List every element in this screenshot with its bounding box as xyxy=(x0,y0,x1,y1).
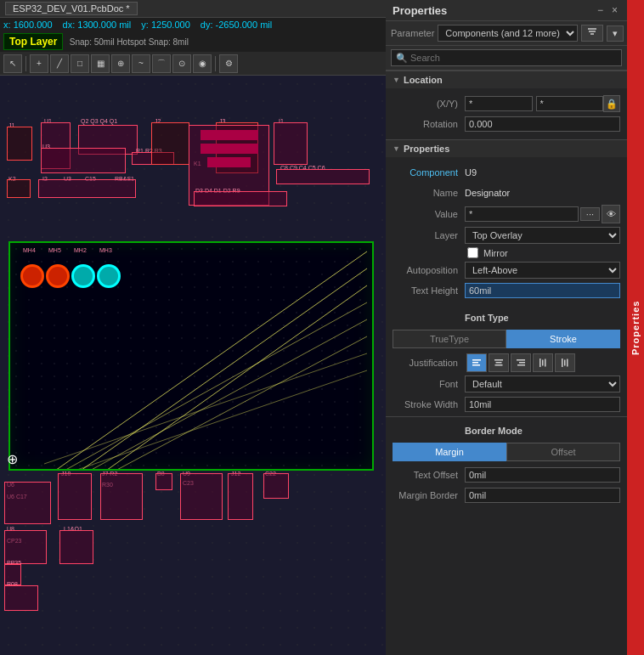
stroke-width-input[interactable]: 10mil xyxy=(465,397,620,412)
y-input[interactable] xyxy=(536,96,604,111)
route-tool[interactable]: ~ xyxy=(132,54,150,73)
component-tool[interactable]: ◉ xyxy=(193,54,212,73)
side-tab-label: Properties xyxy=(630,300,641,354)
pcb-circle-mh5 xyxy=(46,264,70,288)
header-buttons: − × xyxy=(595,3,620,17)
dropdown-button[interactable]: ▾ xyxy=(607,25,624,42)
margin-border-input[interactable]: 0mil xyxy=(465,488,620,503)
pcb-design-canvas[interactable]: J1 U1 Q2 Q3 Q4 Q1 U3 R1 R2 R3 J2 J3 I1 K… xyxy=(0,76,386,655)
dx-coord: dx: 1300.000 mil xyxy=(63,20,132,30)
props-section-header[interactable]: ▼ Properties xyxy=(386,139,627,157)
cross-target: ⊕ xyxy=(7,451,18,467)
collapse-triangle: ▼ xyxy=(393,76,400,84)
border-mode-buttons: Margin Offset xyxy=(386,439,627,465)
pcb-circle-mh2 xyxy=(71,264,95,288)
pcb-connector-j2 xyxy=(151,122,189,165)
document-tab[interactable]: ESP32_DEV_V01.PcbDoc * xyxy=(5,2,138,15)
properties-header: Properties − × xyxy=(386,0,627,21)
rotation-input[interactable]: 0.000 xyxy=(465,116,620,132)
cursor-tool[interactable]: ↖ xyxy=(3,54,22,73)
just-left-button[interactable] xyxy=(466,353,487,372)
pcb-label-mh4: MH4 xyxy=(23,247,36,253)
xy-label: (X/Y) xyxy=(393,99,465,109)
value-row: Value ··· 👁 xyxy=(386,203,627,225)
close-button[interactable]: × xyxy=(609,3,620,17)
autoposition-select[interactable]: Left-Above xyxy=(465,262,620,279)
props-collapse-triangle: ▼ xyxy=(393,144,400,153)
mirror-row: Mirror xyxy=(386,246,627,260)
pcb-ic-u8 xyxy=(4,530,47,564)
svg-rect-26 xyxy=(564,360,566,366)
component-label: Component xyxy=(393,167,465,178)
svg-rect-18 xyxy=(495,364,503,366)
text-offset-row: Text Offset 0mil xyxy=(386,465,627,485)
just-bottom-button[interactable] xyxy=(555,353,575,372)
properties-panel: Properties − × Parameter Components (and… xyxy=(386,0,644,655)
location-section-header[interactable]: ▼ Location xyxy=(386,71,627,88)
filter-icon xyxy=(587,27,597,37)
pcb-ic-d xyxy=(194,191,287,206)
margin-border-label: Margin Border xyxy=(393,490,465,500)
stroke-button[interactable]: Stroke xyxy=(506,330,620,348)
arc-tool[interactable]: ⌒ xyxy=(152,54,171,73)
parameter-select[interactable]: Components (and 12 more) xyxy=(438,25,578,42)
layer-select[interactable]: Top Overlay xyxy=(465,227,620,244)
document-title: ESP32_DEV_V01.PcbDoc * xyxy=(13,3,130,14)
layer-info-bar: Top Layer Snap: 50mil Hotspot Snap: 8mil xyxy=(0,31,386,52)
x-input[interactable] xyxy=(465,96,533,111)
svg-rect-21 xyxy=(517,364,525,366)
svg-rect-20 xyxy=(519,362,525,364)
layer-select-group: Top Overlay xyxy=(465,227,620,244)
grid-tool[interactable]: ▦ xyxy=(91,54,110,73)
settings-tool[interactable]: ⚙ xyxy=(219,54,238,73)
properties-title: Properties xyxy=(393,4,447,17)
minimize-button[interactable]: − xyxy=(595,3,606,17)
text-height-row: Text Height 60mil xyxy=(386,280,627,301)
search-bar: 🔍 xyxy=(386,46,627,71)
pcb-board-outline: MH4 MH5 MH2 MH3 xyxy=(8,241,374,471)
value-label: Value xyxy=(393,209,465,219)
line-tool[interactable]: ╱ xyxy=(50,54,69,73)
svg-rect-13 xyxy=(472,359,481,361)
divider-1 xyxy=(386,416,627,417)
parameter-toolbar: Parameter Components (and 12 more) ▾ xyxy=(386,21,627,46)
just-top-button[interactable] xyxy=(533,353,553,372)
margin-button[interactable]: Margin xyxy=(393,443,506,461)
truetype-button[interactable]: TrueType xyxy=(393,330,506,348)
rect-tool[interactable]: □ xyxy=(71,54,89,73)
mirror-checkbox[interactable] xyxy=(467,247,478,258)
text-offset-input[interactable]: 0mil xyxy=(465,467,620,483)
pcb-ic-c22 xyxy=(263,473,289,499)
font-type-heading: Font Type xyxy=(465,313,509,323)
offset-button[interactable]: Offset xyxy=(506,443,620,461)
pad-tool[interactable]: ⊙ xyxy=(172,54,191,73)
toolbar-separator-2 xyxy=(215,56,216,71)
lock-button[interactable]: 🔒 xyxy=(603,95,620,112)
visibility-button[interactable]: 👁 xyxy=(602,205,620,223)
xy-row: (X/Y) 🔒 xyxy=(386,93,627,114)
value-input[interactable] xyxy=(465,206,579,222)
svg-rect-19 xyxy=(517,359,525,361)
more-button[interactable]: ··· xyxy=(580,207,600,221)
text-height-input[interactable]: 60mil xyxy=(465,283,620,298)
mirror-label: Mirror xyxy=(483,248,508,258)
parameter-label: Parameter xyxy=(391,28,434,38)
font-type-buttons: TrueType Stroke xyxy=(386,326,627,352)
search-input[interactable] xyxy=(391,49,622,66)
pcb-label-mh3: MH3 xyxy=(99,247,112,253)
properties-content: Properties − × Parameter Components (and… xyxy=(386,0,627,655)
pcb-connector-k2 xyxy=(7,179,31,198)
pcb-canvas-area[interactable]: ESP32_DEV_V01.PcbDoc * x: 1600.000 dx: 1… xyxy=(0,0,386,655)
justification-label: Justification xyxy=(393,358,465,368)
layer-label: Layer xyxy=(393,230,465,240)
font-select[interactable]: Default xyxy=(465,375,620,392)
pcb-ic-middle xyxy=(38,179,136,198)
just-right-button[interactable] xyxy=(511,353,531,372)
filter-button[interactable] xyxy=(581,25,603,42)
add-tool[interactable]: + xyxy=(30,54,48,73)
just-center-button[interactable] xyxy=(489,353,509,372)
font-row: Font Default xyxy=(386,374,627,394)
properties-side-tab[interactable]: Properties xyxy=(627,0,644,655)
via-tool[interactable]: ⊕ xyxy=(111,54,130,73)
dy-coord: dy: -2650.000 mil xyxy=(201,20,272,30)
